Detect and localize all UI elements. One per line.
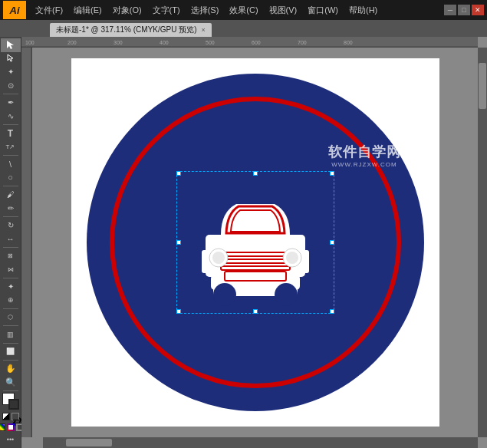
menu-select[interactable]: 选择(S) <box>186 3 224 18</box>
blend-tool-button[interactable]: ⬡ <box>1 311 21 324</box>
title-bar: Ai 文件(F) 编辑(E) 对象(O) 文字(T) 选择(S) 效果(C) 视… <box>0 0 487 20</box>
sel-handle-mr[interactable] <box>330 240 334 245</box>
canvas-area[interactable]: 100 200 300 400 500 600 700 800 <box>21 37 487 448</box>
document-tab[interactable]: 未标题-1* @ 317.11% (CMYK/GPU 预览) × <box>50 23 212 37</box>
menu-effect[interactable]: 效果(C) <box>225 3 262 18</box>
svg-text:500: 500 <box>206 40 215 45</box>
reflect-tool-button[interactable]: ↔ <box>1 232 21 245</box>
magic-wand-tool-button[interactable]: ✦ <box>1 65 21 79</box>
artboard: 软件自学网 WWW.RJZXW.COM <box>71 58 439 427</box>
blue-circle: 软件自学网 WWW.RJZXW.COM <box>87 74 424 411</box>
svg-text:100: 100 <box>25 40 35 45</box>
toolbar-divider-11 <box>3 360 18 361</box>
toolbar-divider-5 <box>3 216 18 217</box>
menu-object[interactable]: 对象(O) <box>108 3 146 18</box>
pencil-tool-button[interactable]: ✏ <box>1 202 21 216</box>
color-box-area: ⇄ ••• <box>0 393 24 446</box>
pen-tool-button[interactable]: ✒ <box>1 96 21 110</box>
menu-bar: 文件(F) 编辑(E) 对象(O) 文字(T) 选择(S) 效果(C) 视图(V… <box>31 3 439 18</box>
stroke-color-box[interactable] <box>8 399 19 410</box>
sel-handle-tl[interactable] <box>176 171 181 176</box>
svg-text:600: 600 <box>252 40 261 45</box>
watermark-sub-text: WWW.RJZXW.COM <box>328 161 401 168</box>
zoom-tool-button[interactable]: 🔍 <box>1 376 21 390</box>
more-tools-button[interactable]: ••• <box>7 436 14 443</box>
touch-type-tool-button[interactable]: T↗ <box>1 140 21 154</box>
toolbar-divider-1 <box>3 94 18 94</box>
tab-label: 未标题-1* @ 317.11% (CMYK/GPU 预览) <box>56 25 197 35</box>
tab-bar: 未标题-1* @ 317.11% (CMYK/GPU 预览) × <box>0 20 487 37</box>
swap-colors-button[interactable]: ⇄ <box>12 413 19 420</box>
artboard-tool-button[interactable]: ⬜ <box>1 345 21 359</box>
default-colors-button[interactable] <box>2 413 10 420</box>
line-tool-button[interactable]: \ <box>1 157 21 171</box>
vertical-scroll-thumb[interactable] <box>479 63 486 109</box>
svg-text:700: 700 <box>298 40 307 45</box>
curvature-tool-button[interactable]: ∿ <box>1 110 21 124</box>
svg-text:200: 200 <box>67 40 77 45</box>
toolbar-divider-2 <box>3 124 18 125</box>
toolbar-divider-12 <box>3 390 18 391</box>
vertical-scrollbar[interactable] <box>478 48 487 437</box>
svg-point-25 <box>213 283 236 306</box>
maximize-button[interactable]: □ <box>458 5 470 15</box>
close-button[interactable]: ✕ <box>472 5 484 15</box>
minimize-button[interactable]: ─ <box>444 5 456 15</box>
horizontal-scroll-thumb[interactable] <box>66 439 112 446</box>
svg-text:800: 800 <box>344 40 353 45</box>
menu-help[interactable]: 帮助(H) <box>344 3 382 18</box>
watermark-main-text: 软件自学网 <box>328 143 401 161</box>
ellipse-tool-button[interactable]: ○ <box>1 171 21 185</box>
workspace: ✦ ⊙ ✒ ∿ T T↗ \ ○ 🖌 ✏ ↻ ↔ ⊠ ⋈ ✦ ⊕ ⬡ ▥ ⬜ ✋… <box>0 37 487 448</box>
sel-handle-bl[interactable] <box>176 309 181 314</box>
sel-handle-tr[interactable] <box>330 171 334 176</box>
menu-view[interactable]: 视图(V) <box>265 3 302 18</box>
warp-tool-button[interactable]: ⋈ <box>1 262 21 276</box>
svg-rect-10 <box>21 48 32 437</box>
eyedropper-tool-button[interactable]: ✦ <box>1 280 21 294</box>
sel-handle-bm[interactable] <box>253 309 258 314</box>
direct-select-tool-button[interactable] <box>1 52 21 66</box>
canvas-inner: 软件自学网 WWW.RJZXW.COM <box>32 48 478 437</box>
sel-handle-ml[interactable] <box>176 240 181 245</box>
lasso-tool-button[interactable]: ⊙ <box>1 79 21 93</box>
ai-logo: Ai <box>3 1 26 19</box>
toolbar-divider-4 <box>3 186 18 186</box>
type-tool-button[interactable]: T <box>1 127 21 140</box>
color-swatch[interactable] <box>2 393 19 410</box>
svg-text:300: 300 <box>114 40 123 45</box>
toolbar-divider-7 <box>3 278 18 278</box>
rotate-tool-button[interactable]: ↻ <box>1 219 21 232</box>
sel-handle-br[interactable] <box>330 309 334 314</box>
left-toolbar: ✦ ⊙ ✒ ∿ T T↗ \ ○ 🖌 ✏ ↻ ↔ ⊠ ⋈ ✦ ⊕ ⬡ ▥ ⬜ ✋… <box>0 37 21 448</box>
measure-tool-button[interactable]: ⊕ <box>1 293 21 307</box>
menu-file[interactable]: 文件(F) <box>31 3 67 18</box>
svg-point-22 <box>212 252 225 264</box>
car-container[interactable] <box>179 173 332 311</box>
toolbar-divider-3 <box>3 155 18 156</box>
paintbrush-tool-button[interactable]: 🖌 <box>1 188 21 202</box>
svg-rect-0 <box>21 37 478 48</box>
toolbar-divider-8 <box>3 308 18 309</box>
ruler-left <box>21 48 32 437</box>
svg-point-24 <box>286 252 298 264</box>
column-graph-tool-button[interactable]: ▥ <box>1 328 21 341</box>
ruler-top: 100 200 300 400 500 600 700 800 <box>21 37 478 48</box>
watermark: 软件自学网 WWW.RJZXW.COM <box>328 143 401 168</box>
menu-window[interactable]: 窗口(W) <box>303 3 343 18</box>
selection-tool-button[interactable] <box>1 38 21 52</box>
svg-text:400: 400 <box>160 40 169 45</box>
width-tool-button[interactable]: ⊠ <box>1 249 21 263</box>
tab-close-button[interactable]: × <box>202 26 206 34</box>
color-mode-button[interactable] <box>0 423 5 431</box>
menu-type[interactable]: 文字(T) <box>148 3 185 18</box>
window-controls: ─ □ ✕ <box>444 5 484 15</box>
gradient-mode-button[interactable] <box>7 423 15 431</box>
hand-tool-button[interactable]: ✋ <box>1 362 21 376</box>
car-icon <box>179 173 332 311</box>
svg-point-26 <box>275 283 298 306</box>
horizontal-scrollbar[interactable] <box>43 437 478 448</box>
sel-handle-tm[interactable] <box>253 171 258 176</box>
toolbar-divider-9 <box>3 325 18 326</box>
menu-edit[interactable]: 编辑(E) <box>69 3 107 18</box>
